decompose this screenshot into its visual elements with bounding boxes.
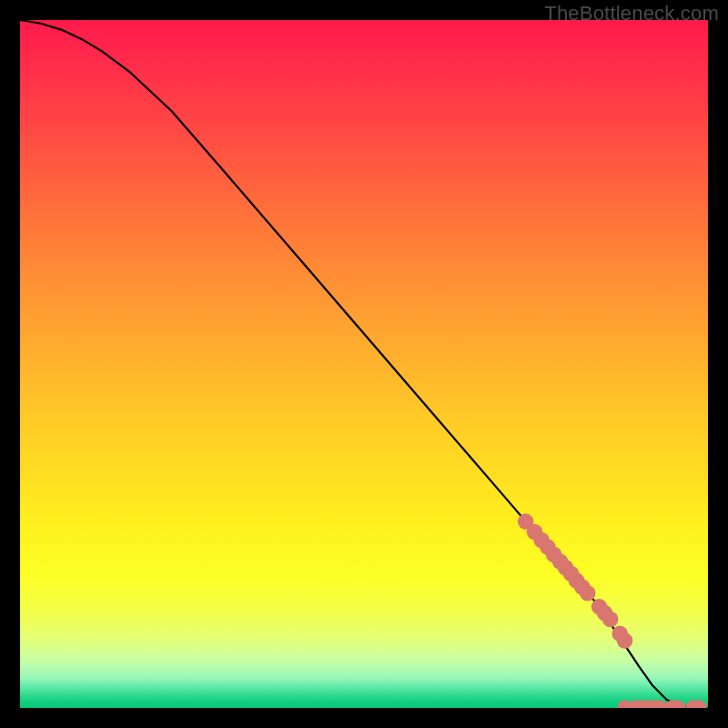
plot-area [20,20,708,708]
data-marker [617,632,633,649]
chart-stage: TheBottleneck.com [0,0,728,728]
watermark-text: TheBottleneck.com [544,2,719,25]
data-marker [580,585,596,602]
chart-overlay-svg [20,20,708,708]
data-marker [602,612,619,628]
marker-group [518,513,707,708]
